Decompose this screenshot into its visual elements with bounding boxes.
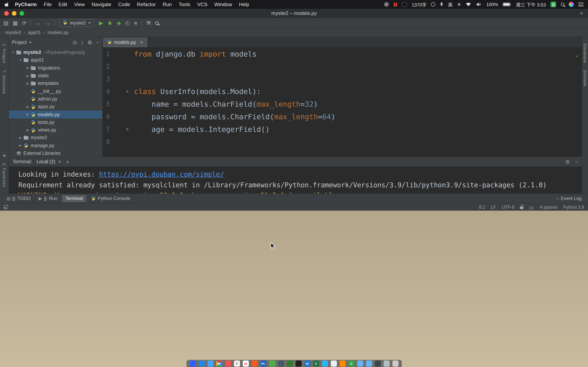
sogou-input-icon[interactable]: S (551, 1, 556, 7)
tree-item-static[interactable]: ▶static (9, 72, 102, 80)
dock-dark-app[interactable] (375, 360, 381, 367)
tree-item-tests-py[interactable]: tests.py (9, 118, 102, 126)
wifi-icon[interactable] (466, 2, 471, 7)
dock-folder-2[interactable] (366, 360, 372, 367)
tree-item-migrations[interactable]: ▶migrations (9, 64, 102, 72)
breadcrumb-item-models-py[interactable]: models.py (47, 30, 68, 35)
input-word-count[interactable]: 1370字 (412, 1, 426, 8)
dock-terminal[interactable] (278, 360, 284, 367)
menu-vcs[interactable]: VCS (197, 1, 207, 7)
expand-collapse-icon[interactable]: ↕ (81, 40, 84, 45)
back-icon[interactable]: ← (35, 20, 41, 26)
tool-button-sciview[interactable]: SciView (583, 70, 588, 86)
tree-item-templates[interactable]: ▶templates (9, 80, 102, 87)
minimize-window-button[interactable] (12, 11, 17, 16)
tree-expand-icon[interactable]: ▼ (11, 51, 16, 54)
coverage-icon[interactable]: ◈ (117, 20, 121, 26)
menubar-clock[interactable]: 周三 下午 3:53 (516, 1, 546, 8)
tree-item-mysite2[interactable]: ▶mysite2 (9, 134, 102, 142)
terminal-button[interactable]: Terminal (62, 195, 86, 202)
menu-view[interactable]: View (74, 1, 85, 7)
dock-pc-manager[interactable]: PC (260, 360, 266, 367)
settings-icon[interactable]: ⚙ (87, 40, 92, 45)
breadcrumb-item-app01[interactable]: app01 (28, 30, 41, 35)
tree-item-views-py[interactable]: ▶views.py (9, 126, 102, 134)
close-tab-icon[interactable]: ✕ (140, 40, 144, 45)
tree-expand-icon[interactable]: ▶ (18, 144, 23, 147)
dock-word[interactable]: W (304, 360, 310, 367)
tool-button-database[interactable]: Database (583, 44, 588, 63)
forward-icon[interactable]: → (45, 20, 50, 26)
dock-calendar[interactable]: 24 (242, 360, 249, 367)
new-terminal-session-icon[interactable]: + (66, 159, 69, 165)
breadcrumb-item-mysite2[interactable]: mysite2 (5, 30, 21, 35)
save-all-icon[interactable]: ▦ (13, 20, 17, 26)
stop-icon[interactable]: ■ (134, 20, 138, 26)
dock-orange-app[interactable] (339, 360, 346, 367)
control-center-icon[interactable] (579, 2, 583, 7)
tree-item-apps-py[interactable]: ▶apps.py (9, 103, 102, 111)
volume-icon[interactable] (476, 2, 482, 7)
tree-expand-icon[interactable]: ▶ (25, 66, 30, 70)
menu-refactor[interactable]: Refactor (137, 1, 156, 7)
menu-window[interactable]: Window (214, 1, 232, 7)
docker-icon[interactable] (384, 2, 389, 7)
tree-item-__init__-py[interactable]: __init__.py (9, 87, 102, 95)
dock-notes[interactable] (295, 360, 302, 367)
tool-button-structure[interactable]: 7: Structure (2, 70, 7, 94)
tree-item-admin-py[interactable]: admin.py (9, 95, 102, 103)
fold-marker-icon[interactable]: ▼ (126, 127, 129, 132)
close-terminal-tab-icon[interactable]: ✕ (58, 159, 61, 164)
dock-finder[interactable] (190, 360, 196, 367)
zoom-window-button[interactable] (19, 11, 24, 16)
appmenu-pycharm[interactable]: PyCharm (15, 1, 37, 7)
tree-item-external-libraries[interactable]: External Libraries (9, 150, 102, 157)
caret-position[interactable]: 8:1 (479, 205, 485, 209)
titlebar-plus-icon[interactable]: + (580, 10, 588, 17)
dock-trash[interactable] (392, 360, 398, 367)
project-panel-title[interactable]: Project (12, 40, 27, 45)
open-project-icon[interactable]: ▤ (3, 20, 9, 26)
tool-button-favorites[interactable]: 2: Favorites (2, 163, 7, 187)
tree-expand-icon[interactable]: ▶ (25, 74, 30, 77)
dock-safari[interactable] (199, 360, 205, 367)
tree-expand-icon[interactable]: ▶ (25, 82, 30, 85)
terminal-tab-local-2[interactable]: Local (2) ✕ (36, 159, 61, 164)
run-icon[interactable]: ▶ (99, 20, 103, 26)
run-configuration-select[interactable]: mysite2 ▼ (59, 19, 95, 27)
dock-excel[interactable]: X (313, 360, 319, 367)
dock-folder-1[interactable] (357, 360, 363, 367)
wrench-icon[interactable]: ⚒ (146, 20, 151, 26)
mic-icon[interactable] (440, 2, 443, 7)
tree-item-mysite2[interactable]: ▼mysite2~/PycharmProjects/g (9, 49, 102, 56)
menu-help[interactable]: Help (239, 1, 249, 7)
event-log-button[interactable]: ○Event Log (553, 195, 585, 202)
menu-edit[interactable]: Edit (59, 1, 67, 7)
sync-icon[interactable]: ⟳ (22, 20, 26, 26)
close-window-button[interactable] (4, 11, 9, 16)
apple-menu-icon[interactable] (5, 2, 10, 7)
dock-airdrop[interactable] (322, 360, 328, 367)
ring-icon[interactable] (431, 2, 435, 7)
dock-grey-app[interactable] (383, 360, 389, 367)
dock-chrome[interactable] (216, 360, 222, 367)
code-editor[interactable]: 1234▼567▼8 from django.db import models … (103, 48, 582, 157)
profiler-icon[interactable]: ◴ (125, 20, 130, 26)
debug-icon[interactable] (107, 20, 113, 26)
badge-icon[interactable] (402, 2, 407, 7)
spotlight-icon[interactable] (561, 3, 564, 6)
dock-messages[interactable] (207, 360, 213, 367)
tree-expand-icon[interactable]: ▼ (18, 58, 23, 62)
dock-opera[interactable] (251, 360, 258, 367)
tree-expand-icon[interactable]: ▶ (25, 105, 30, 108)
inspection-ok-icon[interactable]: ✓ (576, 50, 579, 62)
tree-item-app01[interactable]: ▼app01 (9, 56, 102, 64)
dock-white-app[interactable] (330, 360, 337, 367)
line-separator[interactable]: LF (491, 205, 496, 209)
menu-tools[interactable]: Tools (179, 1, 190, 7)
dock-wechat[interactable] (269, 360, 275, 367)
hide-panel-icon[interactable]: − (96, 40, 99, 45)
chevron-down-icon[interactable]: ▼ (29, 41, 32, 44)
column-mode-icon[interactable]: ⚏ (529, 204, 534, 210)
menu-file[interactable]: File (44, 1, 52, 7)
